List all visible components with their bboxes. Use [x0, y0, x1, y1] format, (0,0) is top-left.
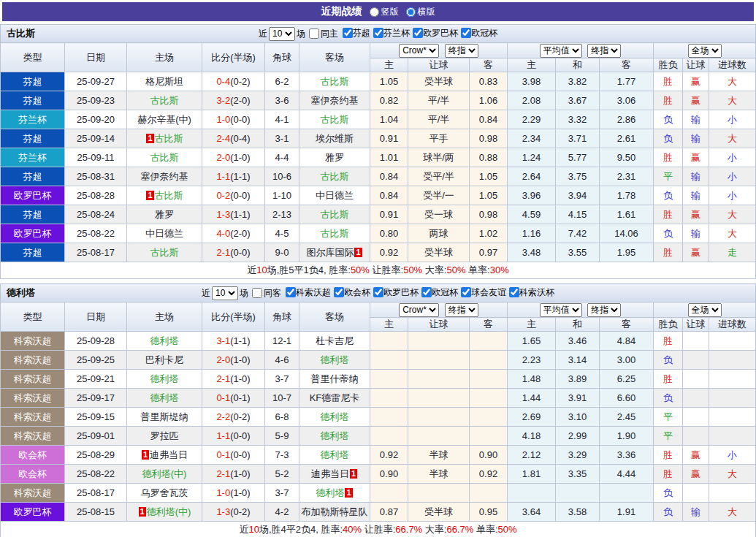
avg-home-cell: 2.69	[508, 408, 556, 427]
avg-home-cell: 2.12	[508, 446, 556, 465]
result-handicap-cell: 赢	[683, 148, 709, 167]
period-select[interactable]: 全场	[688, 44, 722, 58]
horizontal-radio[interactable]	[406, 7, 416, 17]
bookmaker-final-select[interactable]: 终指	[445, 303, 478, 317]
odds-handicap-cell: 受半/一	[408, 186, 470, 205]
league-checkbox[interactable]	[373, 28, 383, 38]
score-cell: 2-1(0-0)	[202, 243, 265, 262]
bookmaker-select[interactable]: Crow*	[399, 44, 439, 58]
result-value: 负	[663, 228, 673, 239]
corner-cell: 5-2	[265, 465, 299, 484]
red-card-badge: 1	[142, 450, 149, 460]
match-row: 芬兰杯25-09-11古比斯2-0(1-0)4-4雅罗1.01球半/两0.881…	[1, 148, 756, 167]
league-filter[interactable]: 欧冠杯	[419, 286, 458, 299]
fulltime-score: 2-1	[216, 468, 230, 479]
result-value: 输	[691, 228, 700, 239]
vertical-radio[interactable]	[370, 7, 379, 17]
result-goals-cell: 小	[709, 186, 756, 205]
halftime-score: (1-0)	[230, 354, 250, 365]
league-filter[interactable]: 科索沃杯	[507, 286, 554, 299]
fulltime-score: 0-4	[216, 76, 230, 87]
league-checkbox[interactable]	[421, 287, 432, 297]
avg-draw-cell: 7.42	[556, 224, 600, 243]
league-filter[interactable]: 科索沃超	[283, 286, 331, 299]
score-cell: 2-2(0-2)	[202, 408, 265, 427]
average-select[interactable]: 平均值	[540, 44, 582, 58]
result-value: 输	[691, 133, 700, 144]
result-value: 赢	[691, 95, 700, 106]
layout-radio-horizontal[interactable]: 横版	[406, 6, 435, 18]
odds-home-cell: 0.87	[370, 503, 408, 522]
summary-stat-value: 50%	[498, 524, 517, 535]
league-filter[interactable]: 欧冠杯	[459, 27, 497, 39]
league-filter[interactable]: 球会友谊	[459, 286, 506, 299]
type-cell: 科索沃超	[1, 427, 65, 446]
league-checkbox[interactable]	[461, 287, 471, 297]
fulltime-score: 4-0	[216, 228, 230, 239]
league-filter[interactable]: 欧罗巴杯	[411, 27, 458, 39]
avg-home-cell: 3.96	[508, 186, 556, 205]
avg-draw-cell: 3.94	[556, 186, 600, 205]
avg-away-cell: 6.60	[600, 389, 654, 408]
league-checkbox[interactable]	[343, 28, 353, 38]
league-filter[interactable]: 欧罗巴杯	[371, 286, 419, 299]
result-handicap-cell: 赢	[683, 72, 709, 91]
league-checkbox[interactable]	[373, 287, 383, 297]
sub-header-handicap-result: 让球	[683, 58, 709, 72]
league-checkbox[interactable]	[286, 287, 296, 297]
bookmaker-select[interactable]: Crow*	[399, 303, 439, 317]
home-team-cell: 普里斯堤纳	[127, 408, 202, 427]
result-value: 负	[663, 392, 673, 403]
average-final-select[interactable]: 终指	[587, 303, 621, 317]
odds-away-cell	[470, 389, 508, 408]
average-group-header: 平均值 终指	[508, 43, 654, 58]
result-goals-cell	[709, 332, 756, 351]
average-select[interactable]: 平均值	[540, 303, 582, 317]
team-name: 塞伊奈约基	[311, 95, 359, 106]
league-checkbox[interactable]	[461, 28, 471, 38]
odds-home-cell	[370, 408, 408, 427]
type-cell: 芬超	[1, 243, 65, 262]
col-header-corner: 角球	[265, 302, 299, 332]
avg-home-cell: 2.34	[508, 129, 556, 148]
result-value: 赢	[691, 209, 700, 220]
odds-away-cell: 0.98	[470, 129, 508, 148]
filter-bar: 近 10 场 同客 科索沃超欧会杯欧罗巴杯欧冠杯球会友谊科索沃杯	[202, 286, 554, 300]
team-name: 巴利卡尼	[145, 354, 183, 365]
sub-header-wdl: 胜负	[654, 58, 683, 72]
league-filter[interactable]: 欧会杯	[332, 286, 370, 299]
score-cell: 4-0(2-0)	[202, 224, 265, 243]
league-checkbox[interactable]	[334, 287, 344, 297]
odds-handicap-cell: 受一球	[408, 205, 470, 224]
away-team-cell: 德利塔1	[299, 484, 370, 503]
bookmaker-final-select[interactable]: 终指	[445, 44, 478, 58]
result-handicap-cell: 输	[683, 167, 709, 186]
team-name: 德利塔	[321, 430, 349, 441]
summary-stat-value: 50%	[403, 264, 422, 275]
match-count-select[interactable]: 10	[212, 286, 238, 300]
avg-draw-cell: 3.91	[556, 389, 600, 408]
away-team-cell: 杜卡吉尼	[299, 332, 370, 351]
league-label: 欧会杯	[344, 286, 370, 299]
result-value: 大	[728, 506, 737, 517]
layout-radio-vertical[interactable]: 竖版	[370, 6, 399, 18]
average-final-select[interactable]: 终指	[587, 44, 621, 58]
result-value: 负	[663, 133, 673, 144]
league-filter[interactable]: 芬兰杯	[371, 27, 410, 39]
result-value: 大	[728, 133, 737, 144]
corner-cell: 6-8	[265, 408, 299, 427]
result-value: 负	[663, 114, 673, 125]
league-filter[interactable]: 芬超	[340, 27, 370, 39]
result-handicap-cell	[683, 389, 709, 408]
same-venue-checkbox[interactable]	[309, 28, 319, 39]
team-name: 古比斯	[321, 228, 349, 239]
result-value: 大	[728, 76, 737, 87]
league-checkbox[interactable]	[413, 28, 423, 38]
match-count-select[interactable]: 10	[269, 27, 295, 41]
result-wdl-cell: 胜	[654, 205, 683, 224]
period-select[interactable]: 全场	[688, 303, 722, 317]
league-checkbox[interactable]	[509, 287, 519, 297]
result-handicap-cell: 输	[683, 503, 709, 522]
result-goals-cell	[709, 351, 756, 370]
same-venue-checkbox[interactable]	[252, 288, 262, 298]
